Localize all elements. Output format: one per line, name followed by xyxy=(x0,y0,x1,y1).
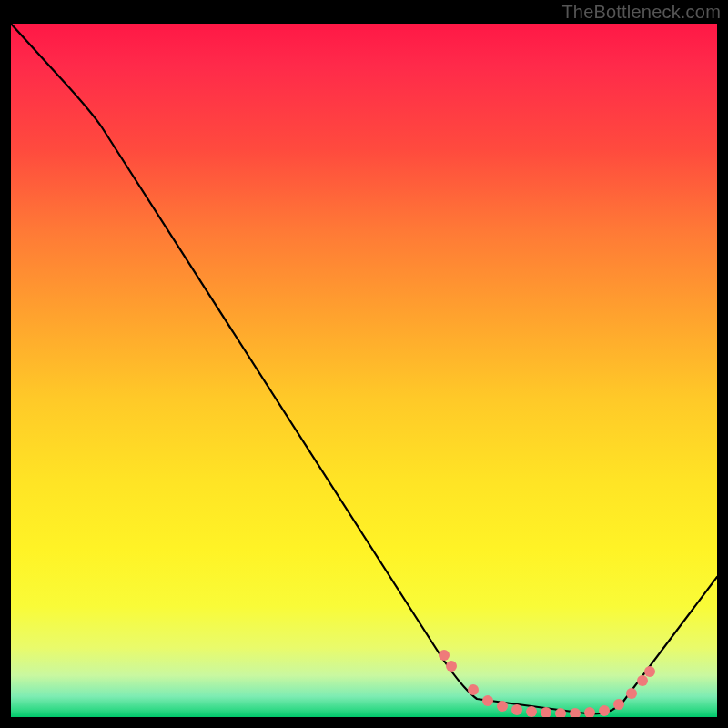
watermark-text: TheBottleneck.com xyxy=(561,2,721,23)
highlight-dot xyxy=(497,701,508,712)
highlight-dot xyxy=(482,695,493,706)
plot-area xyxy=(11,24,717,717)
highlight-dot xyxy=(468,684,479,695)
highlight-dot xyxy=(644,666,655,677)
highlight-dot xyxy=(613,699,624,710)
highlighted-points-group xyxy=(439,650,655,717)
highlight-dot xyxy=(637,675,648,686)
highlight-dot xyxy=(439,650,450,661)
bottleneck-curve-path xyxy=(11,24,717,714)
highlight-dot xyxy=(584,707,595,717)
highlight-dot xyxy=(626,688,637,699)
highlight-dot xyxy=(599,705,610,716)
highlight-dot xyxy=(526,706,537,717)
chart-frame: TheBottleneck.com xyxy=(0,0,728,728)
curve-layer xyxy=(11,24,717,717)
highlight-dot xyxy=(570,708,581,717)
highlight-dot xyxy=(511,704,522,715)
highlight-dot xyxy=(446,661,457,672)
